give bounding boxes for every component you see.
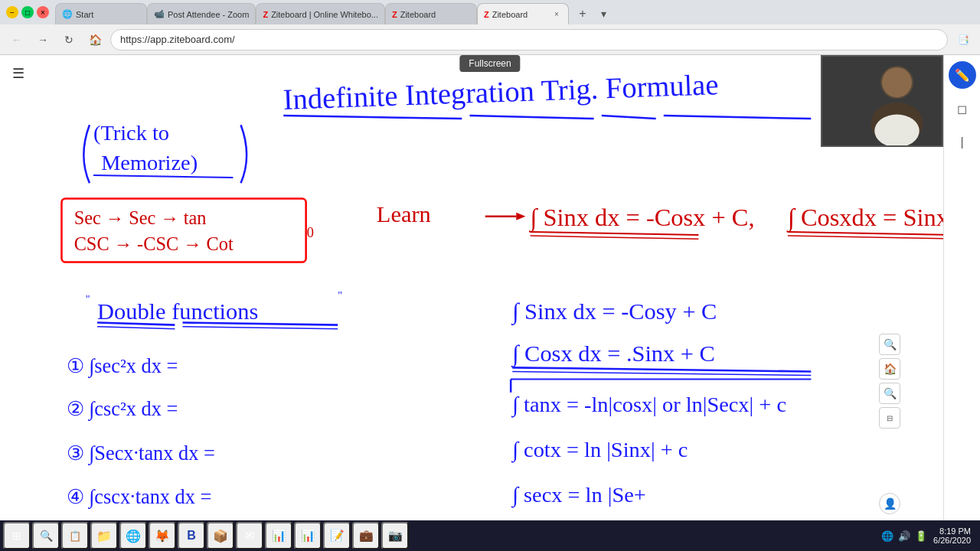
svg-point-45 [882, 67, 912, 97]
extra-tool-button[interactable]: | [949, 129, 976, 156]
eraser-tool-button[interactable]: ◻ [949, 95, 976, 122]
system-tray: 🌐 🔊 🔋 8:19 PM 6/26/2020 [875, 527, 977, 545]
taskbar: ⊞ 🔍 📋 📁 🌐 🦊 B 📦 ✉ 📊 📊 📝 💼 📷 🌐 🔊 🔋 8:19 P… [0, 520, 980, 551]
svg-text:∫ Cosx dx = .Sinx + C: ∫ Cosx dx = .Sinx + C [511, 341, 715, 368]
tab-favicon: Z [263, 10, 268, 19]
volume-icon: 🔊 [898, 530, 910, 542]
url-text: https://app.ziteboard.com/ [120, 34, 235, 45]
main-area: ☰ Indefinite Integration Trig. Formulae … [0, 55, 980, 520]
back-button[interactable]: ← [6, 29, 28, 51]
svg-marker-25 [516, 213, 525, 220]
date-display: 6/26/2020 [933, 536, 971, 545]
zoom-in-button[interactable]: 🔍 [879, 334, 900, 355]
tab-start[interactable]: 🌐 Start [55, 3, 147, 24]
forward-button[interactable]: → [32, 29, 54, 51]
svg-line-29 [531, 236, 699, 239]
address-bar[interactable]: https://app.ziteboard.com/ [110, 29, 948, 51]
tab-favicon: Z [392, 10, 397, 19]
zoom-home-button[interactable]: 🏠 [879, 358, 900, 380]
svg-text:∫ Cosxdx = Sinx + C: ∫ Cosxdx = Sinx + C [786, 204, 943, 233]
tab-favicon: 🌐 [62, 9, 73, 19]
tab-favicon: Z [484, 10, 489, 19]
home-button[interactable]: 🏠 [84, 29, 106, 51]
minimize-button[interactable]: − [6, 6, 18, 18]
svg-text:∫ Sinx dx = -Cosx + C,: ∫ Sinx dx = -Cosx + C, [529, 204, 755, 233]
tab-label: Ziteboard [492, 10, 528, 19]
svg-line-30 [788, 232, 943, 235]
tab-label: Start [76, 10, 93, 19]
mail-button[interactable]: 📦 [207, 522, 234, 549]
battery-icon: 🔋 [915, 530, 927, 542]
pen-tool-button[interactable]: ✏️ [949, 61, 976, 89]
firefox-button[interactable]: 🦊 [149, 522, 176, 549]
svg-text:Double functions: Double functions [97, 298, 258, 324]
bookmarks-button[interactable]: 📑 [952, 29, 974, 51]
search-button[interactable]: 🔍 [32, 522, 60, 549]
svg-line-35 [512, 371, 811, 375]
svg-line-18 [183, 327, 338, 329]
word-button[interactable]: 📝 [323, 522, 351, 549]
refresh-button[interactable]: ↻ [58, 29, 80, 51]
svg-text:CSC → -CSC → Cot: CSC → -CSC → Cot [74, 233, 234, 254]
fullscreen-hint: Fullscreen [459, 55, 520, 72]
sidebar-toggle-button[interactable]: ☰ [6, 61, 31, 86]
svg-point-44 [874, 115, 920, 147]
svg-line-17 [183, 323, 338, 325]
tab-list-button[interactable]: ▾ [593, 3, 615, 24]
new-tab-button[interactable]: + [572, 3, 593, 24]
task-view-button[interactable]: 📋 [61, 522, 89, 549]
svg-line-16 [97, 327, 175, 329]
network-icon: 🌐 [881, 530, 893, 542]
tab-zoom[interactable]: 📹 Post Attendee - Zoom [147, 3, 256, 24]
svg-text:(Trick to: (Trick to [93, 121, 169, 145]
clock: 8:19 PM 6/26/2020 [933, 527, 971, 545]
zoom-out-button[interactable]: 🔍 [879, 383, 900, 404]
svg-line-2 [469, 116, 593, 119]
svg-text:0: 0 [307, 225, 314, 240]
svg-line-3 [602, 116, 656, 119]
svg-text:③  ∫Secx·tanx dx =: ③ ∫Secx·tanx dx = [67, 442, 215, 466]
svg-text:∫ cotx  = ln |Sinx| + c: ∫ cotx = ln |Sinx| + c [511, 438, 688, 463]
tab-label: Ziteboard | Online Whitebo... [271, 10, 378, 19]
svg-text:④  ∫cscx·tanx dx =: ④ ∫cscx·tanx dx = [67, 486, 212, 510]
tab-ziteboard2[interactable]: Z Ziteboard [385, 3, 477, 24]
tab-favicon: 📹 [154, 9, 165, 19]
camera-button[interactable]: ✉ [236, 522, 263, 549]
svg-line-7 [93, 175, 233, 178]
maximize-button[interactable]: □ [21, 6, 34, 18]
close-button[interactable]: × [37, 6, 49, 18]
nav-bar: ← → ↻ 🏠 https://app.ziteboard.com/ 📑 [0, 24, 980, 55]
right-toolbar: ✏️ ◻ | [943, 55, 980, 520]
svg-text:": " [86, 293, 90, 305]
chart-button[interactable]: 📊 [294, 522, 322, 549]
svg-text:②  ∫csc²x dx  =: ② ∫csc²x dx = [67, 398, 178, 422]
edge-button[interactable]: 🌐 [119, 522, 147, 549]
tab-ziteboard3-active[interactable]: Z Ziteboard × [477, 3, 569, 24]
webcam-overlay [821, 55, 943, 147]
svg-text:Memorize): Memorize) [101, 151, 198, 174]
svg-text:Indefinite Integration Trig. F: Indefinite Integration Trig. Formulae [283, 68, 719, 116]
time-display: 8:19 PM [933, 527, 971, 536]
svg-line-31 [788, 236, 943, 239]
tab-label: Ziteboard [400, 10, 436, 19]
zoom-app-button[interactable]: 📷 [381, 522, 409, 549]
people-icon[interactable]: 👤 [879, 493, 900, 514]
whiteboard[interactable]: ☰ Indefinite Integration Trig. Formulae … [0, 55, 943, 520]
tab-label: Post Attendee - Zoom [168, 10, 249, 19]
browser-frame: − □ × 🌐 Start 📹 Post Attendee - Zoom Z Z… [0, 0, 980, 551]
zoom-fit-button[interactable]: ⊟ [879, 407, 900, 429]
svg-text:∫ Sinx dx = -Cosy + C: ∫ Sinx dx = -Cosy + C [511, 298, 717, 326]
bookmarks-app-button[interactable]: B [178, 522, 205, 549]
zoom-controls: 🔍 🏠 🔍 ⊟ [879, 334, 900, 429]
svg-line-1 [283, 116, 462, 119]
file-explorer-button[interactable]: 📁 [90, 522, 118, 549]
svg-text:": " [338, 289, 342, 302]
tab-ziteboard1[interactable]: Z Ziteboard | Online Whitebo... [256, 3, 385, 24]
svg-line-34 [512, 367, 811, 371]
svg-text:∫ tanx  = -ln|cosx| or  ln|Sec: ∫ tanx = -ln|cosx| or ln|Secx| + c [511, 393, 786, 418]
start-button[interactable]: ⊞ [3, 522, 31, 549]
tab-close-icon[interactable]: × [551, 9, 562, 20]
powerpoint-button[interactable]: 💼 [352, 522, 380, 549]
tray-icons: 🌐 🔊 🔋 [881, 530, 927, 542]
excel-button[interactable]: 📊 [265, 522, 292, 549]
